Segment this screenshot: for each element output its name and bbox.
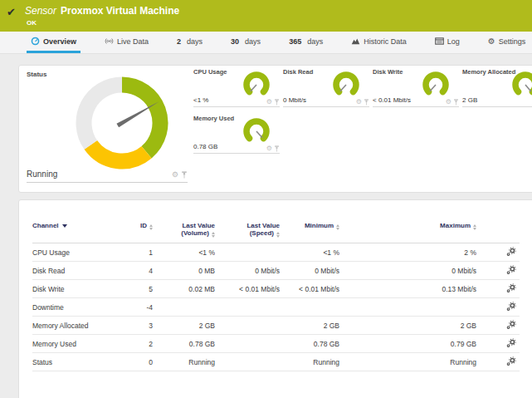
gauge-settings-gear-icon[interactable]: ⚙ bbox=[266, 99, 272, 106]
column-header-last-value-volume[interactable]: Last Value (Volume) bbox=[153, 222, 215, 243]
tab-label: Overview bbox=[43, 37, 76, 46]
tab-label: days bbox=[307, 37, 323, 46]
gauge-value: 2 GB bbox=[462, 96, 477, 104]
gauge-settings-gear-icon[interactable]: ⚙ bbox=[172, 171, 178, 179]
sort-icon bbox=[473, 224, 476, 230]
tab-number: 30 bbox=[231, 37, 239, 46]
tab-label: days bbox=[245, 37, 261, 46]
gauge-pin-icon[interactable] bbox=[364, 99, 369, 106]
column-label: (Speed) bbox=[250, 229, 274, 237]
edit-channel-gears-icon[interactable] bbox=[506, 283, 516, 293]
tab-label: days bbox=[187, 37, 203, 46]
gauge-settings-gear-icon[interactable]: ⚙ bbox=[266, 145, 272, 152]
tab-label: Log bbox=[447, 37, 460, 46]
maximum-value: 0 Mbit/s bbox=[339, 262, 476, 280]
last-value-speed: 0 Mbit/s bbox=[215, 262, 280, 280]
table-row-disk-read: Disk Read 4 0 MB 0 Mbit/s 0 Mbit/s 0 Mbi… bbox=[32, 262, 520, 280]
maximum-value: 2 % bbox=[339, 243, 476, 262]
channel-name: Disk Write bbox=[32, 280, 128, 298]
table-row-cpu-usage: CPU Usage 1 <1 % <1 % 2 % bbox=[32, 243, 520, 262]
tab-2-days[interactable]: 2 days bbox=[173, 32, 207, 53]
last-value-speed bbox=[215, 243, 280, 262]
table-row-memory-allocated: Memory Allocated 3 2 GB 2 GB 2 GB bbox=[32, 317, 520, 335]
channel-id: 0 bbox=[128, 353, 153, 371]
channel-id: -4 bbox=[128, 298, 153, 317]
channel-name: Memory Allocated bbox=[32, 317, 128, 335]
last-value-volume: 0.78 GB bbox=[153, 335, 215, 353]
column-label: Last Value bbox=[153, 222, 215, 229]
table-row-status: Status 0 Running Running Running bbox=[32, 353, 520, 371]
chevron-down-icon bbox=[62, 224, 67, 228]
gauge-pin-icon[interactable] bbox=[274, 99, 280, 106]
broadcast-icon bbox=[105, 37, 114, 46]
gauge-dial bbox=[509, 71, 532, 100]
status-gauge-value: Running bbox=[27, 170, 172, 179]
sort-icon bbox=[149, 224, 153, 230]
gear-icon: ⚙ bbox=[488, 37, 495, 46]
gauge-dial bbox=[240, 71, 273, 100]
edit-channel-gears-icon[interactable] bbox=[506, 320, 516, 330]
last-value-speed bbox=[215, 353, 280, 371]
column-label: Channel bbox=[32, 222, 59, 229]
channel-name: Downtime bbox=[32, 298, 128, 317]
gauge-pin-icon[interactable] bbox=[453, 99, 459, 106]
channel-name: Memory Used bbox=[32, 335, 128, 353]
maximum-value: Running bbox=[339, 353, 476, 371]
gauge-settings-gear-icon[interactable]: ⚙ bbox=[356, 99, 362, 106]
column-header-minimum[interactable]: Minimum bbox=[280, 222, 339, 243]
last-value-volume bbox=[153, 298, 215, 317]
column-header-id[interactable]: ID bbox=[128, 222, 153, 243]
gauge-dial bbox=[419, 71, 452, 100]
column-header-channel[interactable]: Channel bbox=[32, 222, 128, 243]
tab-log[interactable]: Log bbox=[431, 32, 464, 53]
last-value-volume: 0.02 MB bbox=[153, 280, 215, 298]
gauge-pin-icon[interactable] bbox=[181, 171, 188, 179]
maximum-value bbox=[339, 298, 476, 317]
edit-channel-gears-icon[interactable] bbox=[506, 338, 516, 348]
tab-bar: Overview Live Data 2 days 30 days 365 da… bbox=[0, 32, 532, 54]
minimum-value: 2 GB bbox=[280, 317, 339, 335]
column-header-maximum[interactable]: Maximum bbox=[339, 222, 476, 243]
tab-live-data[interactable]: Live Data bbox=[100, 32, 153, 53]
edit-channel-gears-icon[interactable] bbox=[506, 302, 516, 312]
edit-channel-gears-icon[interactable] bbox=[506, 247, 516, 257]
column-label: (Volume) bbox=[181, 229, 209, 237]
gauge-dial bbox=[329, 71, 363, 100]
tab-historic-data[interactable]: Historic Data bbox=[347, 32, 411, 53]
channel-id: 1 bbox=[128, 243, 153, 262]
edit-channel-gears-icon[interactable] bbox=[506, 356, 516, 366]
table-row-disk-write: Disk Write 5 0.02 MB < 0.01 Mbit/s < 0.0… bbox=[32, 280, 520, 298]
tab-overview[interactable]: Overview bbox=[27, 32, 81, 53]
last-value-volume: <1 % bbox=[153, 243, 215, 262]
gauge-label: Disk Write bbox=[373, 68, 403, 76]
channel-name: Disk Read bbox=[32, 262, 128, 280]
tab-label: Settings bbox=[499, 37, 526, 46]
tab-settings[interactable]: ⚙ Settings bbox=[484, 32, 530, 53]
log-icon bbox=[435, 37, 444, 46]
tab-30-days[interactable]: 30 days bbox=[227, 32, 265, 53]
page-title: SensorProxmox Virtual Machine bbox=[25, 5, 179, 17]
tab-365-days[interactable]: 365 days bbox=[285, 32, 327, 53]
sort-icon bbox=[212, 232, 215, 238]
table-row-memory-used: Memory Used 2 0.78 GB 0.78 GB 0.79 GB bbox=[32, 335, 520, 353]
gauge-pin-icon[interactable] bbox=[274, 145, 280, 152]
last-value-speed: < 0.01 Mbit/s bbox=[215, 280, 280, 298]
gauge-value: 0 Mbit/s bbox=[283, 96, 306, 104]
maximum-value: 0.79 GB bbox=[339, 335, 476, 353]
tab-number: 365 bbox=[289, 37, 301, 46]
table-row-downtime: Downtime -4 bbox=[32, 298, 520, 317]
minimum-value: < 0.01 Mbit/s bbox=[280, 280, 339, 298]
column-header-last-value-speed[interactable]: Last Value (Speed) bbox=[215, 222, 280, 243]
column-label: Maximum bbox=[440, 222, 471, 229]
object-kind-label: Sensor bbox=[25, 5, 56, 17]
maximum-value: 2 GB bbox=[339, 317, 476, 335]
overview-gauges-panel: Status Running ⚙ CPU Usage <1 % ⚙ Disk R… bbox=[18, 65, 532, 193]
status-gauge-title: Status bbox=[27, 71, 46, 78]
edit-channel-gears-icon[interactable] bbox=[506, 265, 516, 275]
last-value-volume: Running bbox=[153, 353, 215, 371]
last-value-speed bbox=[215, 335, 280, 353]
last-value-volume: 0 MB bbox=[153, 262, 215, 280]
channel-id: 4 bbox=[128, 262, 153, 280]
gauge-settings-gear-icon[interactable]: ⚙ bbox=[446, 99, 451, 106]
channel-id: 5 bbox=[128, 280, 153, 298]
